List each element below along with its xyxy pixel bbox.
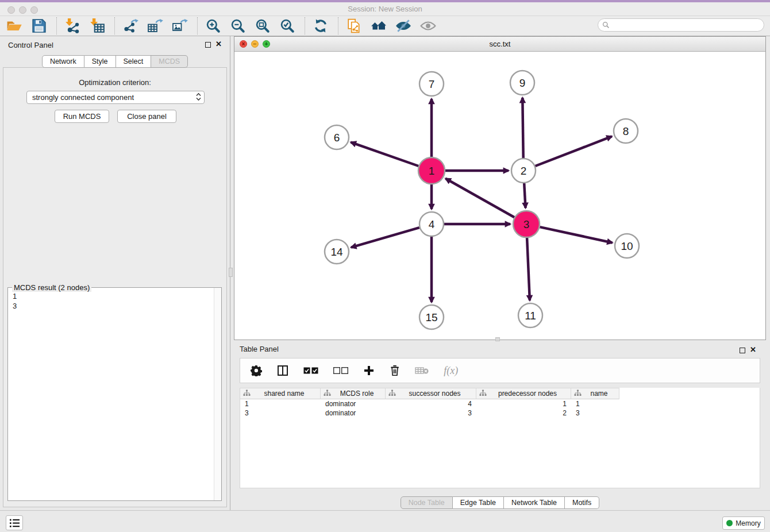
graph-node-label-11: 11 xyxy=(525,310,536,322)
graph-node-label-15: 15 xyxy=(425,311,437,323)
tab-motifs[interactable]: Motifs xyxy=(565,496,599,509)
column-tree-icon xyxy=(479,390,487,398)
export-table-icon[interactable] xyxy=(147,17,164,34)
table-panel: Table Panel ✕ f(x) shared nameMCDS roles… xyxy=(234,342,766,509)
table-row[interactable]: 3dominator323 xyxy=(240,408,760,418)
tab-style[interactable]: Style xyxy=(84,55,116,68)
column-header-shared-name[interactable]: shared name xyxy=(240,388,321,399)
zoom-out-icon[interactable] xyxy=(229,17,247,34)
graph-edge-3-10 xyxy=(540,227,613,242)
select-all-rows-icon[interactable] xyxy=(303,364,318,377)
tab-mcds[interactable]: MCDS xyxy=(151,55,188,68)
vertical-splitter-handle[interactable] xyxy=(229,268,233,277)
graph-node-label-10: 10 xyxy=(621,240,633,252)
mcds-panel: Optimization criterion: strongly connect… xyxy=(3,67,227,507)
memory-button[interactable]: Memory xyxy=(722,516,765,530)
save-session-icon[interactable] xyxy=(30,17,48,34)
graph-edge-4-14 xyxy=(351,228,419,248)
window-title: Session: New Session xyxy=(0,5,770,13)
graph-edge-2-3 xyxy=(524,183,525,208)
tab-network-table[interactable]: Network Table xyxy=(504,496,565,509)
app-titlebar: Session: New Session xyxy=(0,2,770,16)
export-network-icon[interactable] xyxy=(122,17,139,34)
graph-edge-3-11 xyxy=(527,238,530,300)
tab-node-table[interactable]: Node Table xyxy=(401,496,453,509)
float-panel-icon[interactable] xyxy=(205,42,211,48)
delete-column-icon xyxy=(415,364,429,377)
node-table-header: shared nameMCDS rolesuccessor nodesprede… xyxy=(240,388,760,399)
refresh-icon[interactable] xyxy=(312,17,329,34)
node-table[interactable]: shared nameMCDS rolesuccessor nodesprede… xyxy=(240,388,760,488)
close-panel-icon[interactable]: ✕ xyxy=(215,40,222,48)
horizontal-splitter-handle[interactable] xyxy=(495,337,500,341)
column-tree-icon xyxy=(574,390,582,398)
optimization-criterion-label: Optimization criterion: xyxy=(3,78,226,87)
tab-network[interactable]: Network xyxy=(42,55,84,68)
mcds-result-title: MCDS result (2 nodes) xyxy=(12,283,91,292)
column-header-predecessor-nodes[interactable]: predecessor nodes xyxy=(476,388,571,399)
graph-node-label-6: 6 xyxy=(334,132,340,144)
deselect-all-rows-icon[interactable] xyxy=(333,364,348,377)
criterion-value: strongly connected component xyxy=(32,93,134,102)
column-header-MCDS-role[interactable]: MCDS role xyxy=(321,388,386,399)
delete-icon[interactable] xyxy=(390,364,400,377)
graph-node-label-1: 1 xyxy=(429,165,435,177)
zoom-selected-icon[interactable] xyxy=(279,17,296,34)
graph-node-label-3: 3 xyxy=(523,218,530,230)
status-bar: Memory xyxy=(0,510,770,532)
zoom-in-icon[interactable] xyxy=(205,17,222,34)
home-icon[interactable] xyxy=(370,17,387,34)
add-icon[interactable] xyxy=(363,364,375,377)
zoom-fit-icon[interactable] xyxy=(254,17,271,34)
search-input[interactable] xyxy=(613,21,764,30)
function-builder-icon: f(x) xyxy=(444,364,458,377)
graph-node-label-8: 8 xyxy=(623,125,629,137)
float-table-panel-icon[interactable] xyxy=(740,348,745,353)
graph-node-label-2: 2 xyxy=(521,165,527,177)
toolbar-separator xyxy=(114,17,115,34)
close-panel-button[interactable]: Close panel xyxy=(117,110,176,123)
graph-edge-1-6 xyxy=(351,142,419,166)
control-panel: Control Panel ✕ NetworkStyleSelectMCDS O… xyxy=(0,36,230,510)
control-panel-title: Control Panel xyxy=(8,41,53,49)
table-toolbar: f(x) xyxy=(240,358,760,383)
graph-edge-3-1 xyxy=(445,179,514,218)
tab-edge-table[interactable]: Edge Table xyxy=(453,496,504,509)
network-window-titlebar[interactable]: × − + scc.txt xyxy=(234,37,765,52)
network-view-window: × − + scc.txt 7968124314101511 xyxy=(234,36,766,340)
network-canvas[interactable]: 7968124314101511 xyxy=(234,52,765,340)
table-row[interactable]: 1dominator411 xyxy=(240,399,760,408)
close-table-panel-icon[interactable]: ✕ xyxy=(750,345,756,354)
export-image-icon[interactable] xyxy=(171,17,188,34)
tab-select[interactable]: Select xyxy=(116,55,152,68)
import-network-icon[interactable] xyxy=(64,17,81,34)
toolbar-separator xyxy=(197,17,198,34)
mcds-result-box: MCDS result (2 nodes) 1 3 xyxy=(7,287,222,501)
memory-label: Memory xyxy=(736,519,760,527)
graph-node-label-14: 14 xyxy=(330,246,343,258)
column-header-successor-nodes[interactable]: successor nodes xyxy=(386,388,476,399)
hide-graphics-icon[interactable] xyxy=(395,17,412,34)
list-icon xyxy=(9,518,21,528)
show-columns-icon[interactable] xyxy=(277,364,288,377)
show-graphics-icon[interactable] xyxy=(419,17,437,34)
toolbar-separator xyxy=(338,17,338,34)
node-table-body: 1dominator4113dominator323 xyxy=(240,399,760,418)
graph-node-label-7: 7 xyxy=(429,78,435,90)
clone-network-icon[interactable] xyxy=(345,17,363,34)
graph-node-label-9: 9 xyxy=(519,77,526,89)
task-history-button[interactable] xyxy=(6,515,23,530)
column-header-name[interactable]: name xyxy=(571,388,619,399)
toolbar-separator xyxy=(305,17,305,34)
open-session-icon[interactable] xyxy=(6,17,23,34)
criterion-select[interactable]: strongly connected component xyxy=(26,91,205,104)
search-icon xyxy=(602,21,610,29)
run-mcds-button[interactable]: Run MCDS xyxy=(55,110,109,123)
application-window: Session: New Session Control Panel ✕ Net… xyxy=(0,0,770,532)
table-settings-icon[interactable] xyxy=(251,364,262,377)
result-scrollbar[interactable] xyxy=(214,288,221,500)
import-table-icon[interactable] xyxy=(88,17,106,34)
column-tree-icon xyxy=(324,390,331,398)
table-panel-tabs: Node TableEdge TableNetwork TableMotifs xyxy=(234,496,766,509)
search-box[interactable] xyxy=(598,18,764,32)
